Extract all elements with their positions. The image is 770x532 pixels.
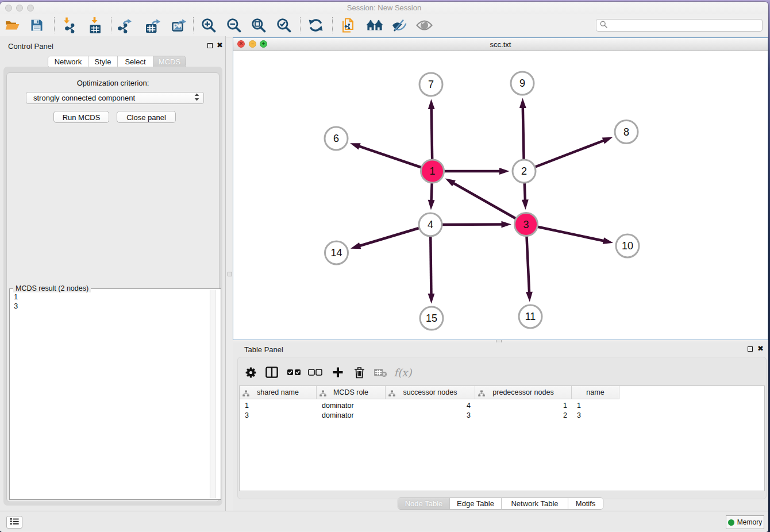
node-label-4: 4 [428,219,433,230]
search-input[interactable] [610,21,756,30]
export-table-icon[interactable] [144,17,161,33]
node-label-9: 9 [519,78,525,89]
export-image-icon[interactable] [170,17,187,33]
control-panel-close-icon[interactable]: ✖ [217,42,223,49]
settings-icon[interactable] [241,364,260,381]
column-header-MCDS-role[interactable]: MCDS role [317,386,386,399]
edge-arrow-2-3 [522,199,529,210]
toolbar-separator [300,17,301,33]
node-label-14: 14 [330,247,342,259]
node-label-3: 3 [523,219,529,230]
search-field[interactable] [596,19,763,32]
table-panel-close-icon[interactable]: ✖ [757,345,764,352]
dropdown-chevrons-icon [194,93,199,103]
save-session-icon[interactable] [28,17,45,33]
tab-mcds[interactable]: MCDS [153,56,186,67]
import-table-icon[interactable] [86,17,103,33]
delete-column-icon[interactable] [350,364,368,381]
import-network-icon[interactable] [59,17,76,33]
cell-r0-c2[interactable]: 4 [386,401,475,411]
table-panel-title: Table Panel [244,345,283,354]
destroy-table-icon [371,364,390,381]
cell-r0-c1[interactable]: dominator [317,401,386,411]
edge-2-8[interactable] [524,140,605,171]
edge-arrow-3-11 [526,292,533,302]
tab-select[interactable]: Select [118,56,153,67]
cell-r0-c4[interactable]: 1 [572,401,619,411]
cell-r1-c1[interactable]: dominator [317,411,386,421]
edge-arrow-4-14 [351,242,361,249]
zoom-out-icon[interactable] [225,17,242,33]
node-label-8: 8 [623,126,629,138]
cell-r1-c3[interactable]: 2 [475,411,572,421]
desktop: Session: New Session [0,0,770,532]
tab-network[interactable]: Network [48,56,88,67]
table-header: shared nameMCDS rolesuccessor nodesprede… [240,386,619,399]
memory-status-icon [728,519,734,526]
toolbar-separator [111,17,111,33]
cell-r1-c4[interactable]: 3 [572,411,619,421]
cell-r0-c0[interactable]: 1 [240,401,317,411]
run-mcds-button[interactable]: Run MCDS [53,111,109,123]
open-session-icon[interactable] [3,17,21,33]
edge-arrow-1-7 [428,99,435,109]
table-panel-float-icon[interactable] [748,346,753,352]
tab-network-table[interactable]: Network Table [502,498,568,509]
task-history-button[interactable] [6,516,22,529]
column-header-name[interactable]: name [572,386,619,399]
mcds-result-title: MCDS result (2 nodes) [13,284,91,292]
zoom-fit-icon[interactable] [250,17,267,33]
hide-graphics-icon[interactable] [391,17,408,33]
cell-r1-c2[interactable]: 3 [386,411,475,421]
home-icon[interactable] [366,17,383,33]
vertical-split-grip[interactable] [228,272,232,276]
node-label-11: 11 [525,311,536,322]
column-header-shared-name[interactable]: shared name [240,386,317,399]
deselect-all-icon[interactable] [306,364,324,381]
table-panel-tabs: Node TableEdge TableNetwork TableMotifs [398,498,603,510]
zoom-selected-icon[interactable] [275,17,292,33]
tab-edge-table[interactable]: Edge Table [450,498,502,509]
network-window: ✕ – + scc.txt 1234678910111415 [233,37,768,340]
export-network-icon[interactable] [116,17,133,33]
network-window-title: scc.txt [233,38,768,51]
column-label: successor nodes [386,386,475,399]
main-toolbar [0,14,768,37]
node-label-1: 1 [429,165,435,177]
annotations-icon[interactable] [340,17,357,33]
tab-node-table[interactable]: Node Table [398,498,450,509]
column-header-predecessor-nodes[interactable]: predecessor nodes [475,386,572,399]
status-bar: Memory [0,511,768,531]
control-panel-tabs: NetworkStyleSelectMCDS [48,56,186,68]
criterion-value: strongly connected component [26,94,194,102]
column-label: predecessor nodes [475,386,571,399]
column-label: MCDS role [317,386,385,399]
refresh-icon[interactable] [307,17,325,33]
graph-svg: 1234678910111415 [234,51,768,340]
memory-button[interactable]: Memory [726,515,764,529]
column-header-successor-nodes[interactable]: successor nodes [386,386,475,399]
network-canvas[interactable]: 1234678910111415 [234,51,768,342]
edge-3-1[interactable] [453,183,526,224]
node-table: shared nameMCDS rolesuccessor nodesprede… [239,385,765,491]
tab-motifs[interactable]: Motifs [568,498,603,509]
memory-label: Memory [737,518,762,526]
split-view-icon[interactable] [263,364,281,381]
node-label-10: 10 [622,240,633,252]
select-all-icon[interactable] [284,364,303,381]
edge-arrow-1-4 [428,200,435,210]
cell-r0-c3[interactable]: 1 [475,401,572,411]
show-graphics-icon[interactable] [416,17,433,33]
zoom-in-icon[interactable] [200,17,217,33]
control-panel-float-icon[interactable] [207,43,213,48]
column-label: name [572,386,619,399]
control-panel-title: Control Panel [8,42,53,51]
close-panel-button[interactable]: Close panel [117,111,176,123]
cell-r1-c0[interactable]: 3 [240,411,317,421]
edge-arrow-1-2 [499,168,510,175]
add-column-icon[interactable] [329,364,347,381]
toolbar-separator [193,17,194,33]
criterion-dropdown[interactable]: strongly connected component [26,92,204,104]
tab-style[interactable]: Style [88,56,118,67]
result-scrollbar[interactable] [210,290,216,498]
